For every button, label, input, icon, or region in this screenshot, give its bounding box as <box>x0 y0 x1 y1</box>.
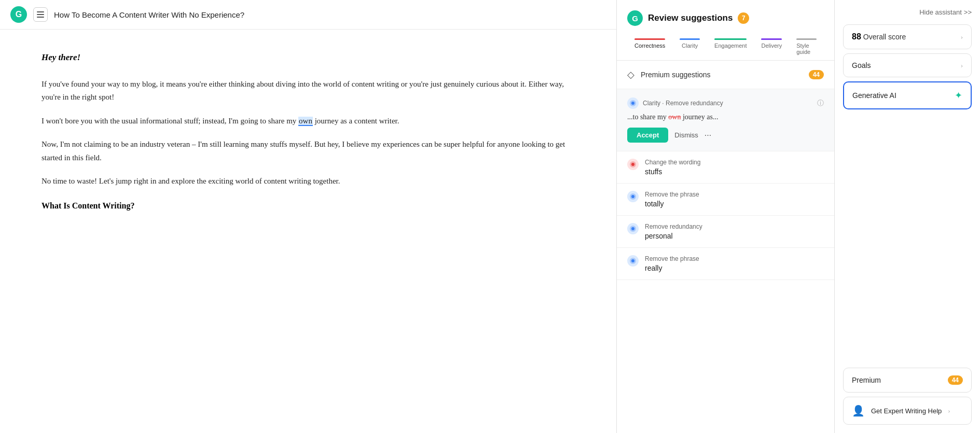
dismiss-button[interactable]: Dismiss <box>674 131 698 139</box>
item-type-3: Remove the phrase <box>645 255 699 262</box>
suggestion-clarity-icon <box>627 97 639 109</box>
tabs-row: Correctness Clarity Engagement Delivery … <box>627 34 824 60</box>
item-text-2: personal <box>645 232 702 240</box>
svg-point-7 <box>631 227 634 230</box>
svg-point-3 <box>631 163 634 166</box>
premium-bottom-card[interactable]: Premium 44 <box>843 368 972 393</box>
more-options-button[interactable]: ··· <box>705 131 711 140</box>
editor-area: G How To Become A Content Writer With No… <box>0 0 617 433</box>
tab-label-delivery: Delivery <box>761 43 782 49</box>
item-text-0: stuffs <box>645 167 700 176</box>
tab-style-guide[interactable]: Style guide <box>789 34 824 60</box>
item-text-3: really <box>645 264 699 272</box>
correction-icon-0 <box>627 159 639 170</box>
premium-bottom-label: Premium <box>852 376 881 384</box>
menu-icon[interactable] <box>33 7 48 22</box>
tab-line-correctness <box>634 38 665 40</box>
item-text-1: totally <box>645 200 699 208</box>
editor-paragraph-3: Now, I'm not claiming to be an industry … <box>42 138 575 164</box>
active-suggestion-card: Clarity · Remove redundancy ⓘ ...to shar… <box>617 89 834 151</box>
review-panel-header: G Review suggestions 7 Correctness Clari… <box>617 0 834 61</box>
premium-bottom-badge: 44 <box>948 375 963 385</box>
preview-strike: own <box>668 113 681 121</box>
suggestion-item-content-2: Remove redundancy personal <box>645 223 702 240</box>
suggestion-type-label: Clarity · Remove redundancy <box>643 100 813 107</box>
tab-line-clarity <box>680 38 700 40</box>
diamond-icon: ◇ <box>627 69 634 80</box>
goals-chevron-icon: › <box>961 61 963 69</box>
review-title: Review suggestions <box>648 13 733 23</box>
tab-label-engagement: Engagement <box>714 43 747 49</box>
preview-text-after: journey as... <box>681 113 718 121</box>
suggestion-item-content-0: Change the wording stuffs <box>645 159 700 176</box>
preview-text-before: ...to share my <box>627 113 668 121</box>
editor-subheading: What Is Content Writing? <box>42 199 575 213</box>
hide-assistant-button[interactable]: Hide assistant >> <box>843 8 972 16</box>
clarity-icon-1 <box>627 191 639 202</box>
right-panel: Hide assistant >> 88 Overall score › Goa… <box>835 0 980 433</box>
generative-ai-label: Generative AI <box>852 91 896 100</box>
tab-engagement[interactable]: Engagement <box>707 34 754 60</box>
review-panel: G Review suggestions 7 Correctness Clari… <box>617 0 835 433</box>
goals-label: Goals <box>852 61 871 69</box>
clarity-icon-3 <box>627 255 639 267</box>
clarity-icon-2 <box>627 223 639 234</box>
suggestion-item-1[interactable]: Remove the phrase totally <box>617 184 834 216</box>
doc-title: How To Become A Content Writer With No E… <box>54 10 244 19</box>
chevron-right-icon: >> <box>964 8 972 16</box>
svg-point-1 <box>631 102 634 105</box>
suggestion-item-2[interactable]: Remove redundancy personal <box>617 216 834 248</box>
expert-person-icon: 👤 <box>852 404 865 417</box>
tab-line-delivery <box>761 38 782 40</box>
svg-point-9 <box>631 259 634 262</box>
expert-chevron-icon: › <box>948 407 950 415</box>
premium-section[interactable]: ◇ Premium suggestions 44 <box>617 61 834 89</box>
hide-assistant-label: Hide assistant <box>919 8 962 16</box>
expert-writing-card[interactable]: 👤 Get Expert Writing Help › <box>843 397 972 425</box>
highlight-word: own <box>298 117 313 126</box>
premium-label: Premium suggestions <box>641 71 803 79</box>
suggestion-item-content-3: Remove the phrase really <box>645 255 699 272</box>
score-chevron-icon: › <box>961 33 963 41</box>
editor-content[interactable]: Hey there! If you've found your way to m… <box>0 30 616 433</box>
grammarly-panel-icon: G <box>627 10 643 26</box>
expert-writing-label: Get Expert Writing Help <box>871 407 942 415</box>
tab-label-style-guide: Style guide <box>796 43 817 55</box>
review-count-badge: 7 <box>738 12 749 24</box>
suggestion-meta: Clarity · Remove redundancy ⓘ <box>627 97 824 109</box>
tab-delivery[interactable]: Delivery <box>754 34 789 60</box>
tab-label-correctness: Correctness <box>634 43 665 49</box>
suggestion-item-content-1: Remove the phrase totally <box>645 191 699 208</box>
editor-toolbar: G How To Become A Content Writer With No… <box>0 0 616 30</box>
score-label: Overall score <box>863 33 906 41</box>
suggestion-item-3[interactable]: Remove the phrase really <box>617 248 834 280</box>
suggestion-item-0[interactable]: Change the wording stuffs <box>617 151 834 184</box>
tab-clarity[interactable]: Clarity <box>672 34 707 60</box>
goals-card[interactable]: Goals › <box>843 53 972 77</box>
item-type-0: Change the wording <box>645 159 700 166</box>
editor-heading: Hey there! <box>42 50 575 65</box>
review-body: ◇ Premium suggestions 44 Clarity · Remov… <box>617 61 834 433</box>
accept-button[interactable]: Accept <box>627 128 668 143</box>
item-type-1: Remove the phrase <box>645 191 699 198</box>
score-number: 88 Overall score <box>852 32 906 41</box>
editor-paragraph-1: If you've found your way to my blog, it … <box>42 78 575 104</box>
svg-point-5 <box>631 195 634 198</box>
generative-ai-card[interactable]: Generative AI ✦ <box>843 81 972 109</box>
grammarly-logo: G <box>10 6 27 23</box>
spacer <box>843 114 972 364</box>
review-title-row: G Review suggestions 7 <box>627 10 824 26</box>
suggestion-preview: ...to share my own journey as... <box>627 113 824 121</box>
editor-paragraph-2: I won't bore you with the usual informat… <box>42 115 575 128</box>
overall-score-card[interactable]: 88 Overall score › <box>843 24 972 49</box>
suggestion-actions: Accept Dismiss ··· <box>627 128 824 143</box>
tab-label-clarity: Clarity <box>682 43 698 49</box>
info-icon[interactable]: ⓘ <box>817 99 824 108</box>
tab-line-engagement <box>714 38 747 40</box>
item-type-2: Remove redundancy <box>645 223 702 230</box>
premium-badge: 44 <box>809 70 824 79</box>
ai-spark-icon: ✦ <box>955 90 962 101</box>
tab-line-style-guide <box>796 38 817 40</box>
editor-paragraph-4: No time to waste! Let's jump right in an… <box>42 175 575 188</box>
tab-correctness[interactable]: Correctness <box>627 34 672 60</box>
